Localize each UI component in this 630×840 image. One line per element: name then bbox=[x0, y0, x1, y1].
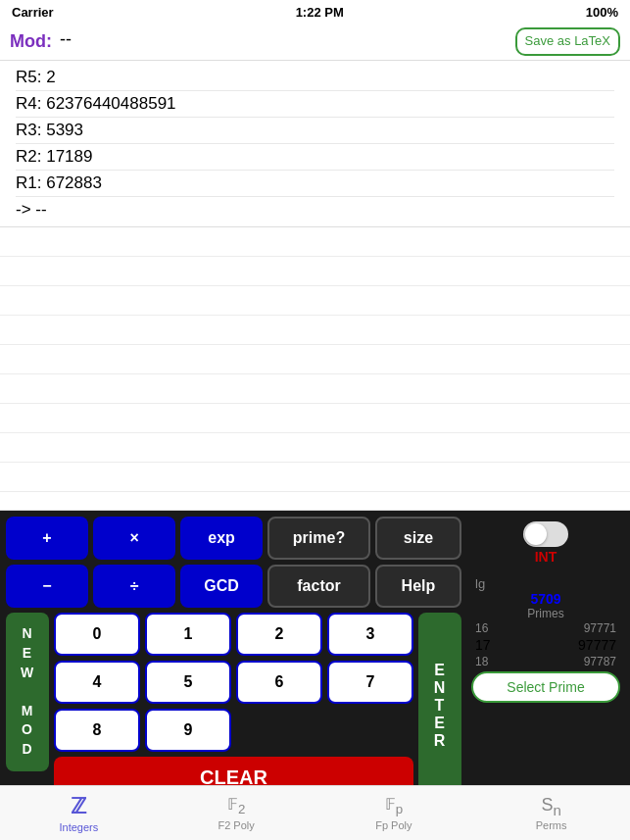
prime-row-17: 17 97777 bbox=[471, 636, 620, 654]
operator-row-1: + × exp prime? size bbox=[6, 517, 461, 560]
carrier-label: Carrier bbox=[12, 5, 54, 20]
plus-button[interactable]: + bbox=[6, 517, 88, 560]
digit-3-button[interactable]: 3 bbox=[327, 613, 413, 656]
header-row: Mod: -- Save as LaTeX bbox=[0, 24, 630, 61]
toggle-section: INT bbox=[467, 517, 624, 569]
digit-0-button[interactable]: 0 bbox=[54, 613, 140, 656]
prime-row-18: 18 97787 bbox=[471, 654, 620, 669]
mod-value: -- bbox=[60, 29, 72, 50]
register-display: R5: 2 R4: 62376440488591 R3: 5393 R2: 17… bbox=[0, 61, 630, 227]
register-r2: R2: 17189 bbox=[16, 144, 614, 171]
digit-5-button[interactable]: 5 bbox=[145, 661, 231, 704]
digit-9-button[interactable]: 9 bbox=[145, 709, 231, 752]
register-r5: R5: 2 bbox=[16, 65, 614, 91]
tab-integers-label: Integers bbox=[60, 821, 99, 833]
minus-button[interactable]: − bbox=[6, 565, 88, 608]
int-toggle[interactable] bbox=[523, 521, 568, 547]
prime-row-16: 16 97771 bbox=[471, 620, 620, 636]
int-label: INT bbox=[535, 549, 557, 565]
register-arrow: -> -- bbox=[16, 197, 614, 222]
exp-button[interactable]: exp bbox=[180, 517, 263, 560]
register-r4: R4: 62376440488591 bbox=[16, 91, 614, 118]
battery-label: 100% bbox=[586, 5, 618, 20]
tab-fppoly[interactable]: 𝔽p Fp Poly bbox=[315, 786, 473, 840]
prime-button[interactable]: prime? bbox=[267, 517, 370, 560]
f2poly-icon: 𝔽2 bbox=[227, 795, 245, 816]
prime-count: 5709 bbox=[530, 591, 560, 607]
new-mod-button[interactable]: NEWMOD bbox=[6, 613, 49, 771]
digit-2-button[interactable]: 2 bbox=[236, 613, 322, 656]
prime-subheader: Primes bbox=[527, 607, 563, 620]
fppoly-icon: 𝔽p bbox=[385, 795, 403, 816]
register-r3: R3: 5393 bbox=[16, 118, 614, 144]
digit-6-button[interactable]: 6 bbox=[236, 661, 322, 704]
tab-fppoly-label: Fp Poly bbox=[375, 819, 412, 831]
gcd-button[interactable]: GCD bbox=[180, 565, 263, 608]
tab-f2poly-label: F2 Poly bbox=[218, 819, 254, 831]
status-time: 1:22 PM bbox=[296, 5, 344, 20]
multiply-button[interactable]: × bbox=[93, 517, 175, 560]
tab-bar: ℤ Integers 𝔽2 F2 Poly 𝔽p Fp Poly Sn Perm… bbox=[0, 785, 630, 840]
factor-button[interactable]: factor bbox=[267, 565, 370, 608]
enter-button[interactable]: ENTER bbox=[418, 613, 461, 800]
tab-perms[interactable]: Sn Perms bbox=[472, 786, 630, 840]
size-button[interactable]: size bbox=[375, 517, 461, 560]
select-prime-button[interactable]: Select Prime bbox=[471, 671, 620, 703]
keypad-section: + × exp prime? size − ÷ GCD factor Help … bbox=[6, 517, 461, 779]
digit-1-button[interactable]: 1 bbox=[145, 613, 231, 656]
mod-label: Mod: bbox=[10, 27, 52, 52]
perms-icon: Sn bbox=[541, 795, 560, 818]
status-bar: Carrier 1:22 PM 100% bbox=[0, 0, 630, 24]
divide-button[interactable]: ÷ bbox=[93, 565, 175, 608]
integers-icon: ℤ bbox=[71, 794, 86, 819]
tab-integers[interactable]: ℤ Integers bbox=[0, 786, 158, 840]
number-grid-section: NEWMOD 0 1 2 3 4 5 6 7 8 9 CLEAR E bbox=[6, 613, 461, 800]
right-panel: INT lg 5709 Primes 16 97771 17 97777 18 … bbox=[467, 517, 624, 779]
empty-display-area bbox=[0, 227, 630, 511]
save-latex-button[interactable]: Save as LaTeX bbox=[515, 27, 620, 56]
mod-display: Mod: -- bbox=[10, 27, 72, 52]
lg-label: lg bbox=[471, 576, 485, 591]
operator-row-2: − ÷ GCD factor Help bbox=[6, 565, 461, 608]
tab-perms-label: Perms bbox=[536, 819, 567, 831]
register-r1: R1: 672883 bbox=[16, 171, 614, 197]
tab-f2poly[interactable]: 𝔽2 F2 Poly bbox=[158, 786, 315, 840]
digit-7-button[interactable]: 7 bbox=[327, 661, 413, 704]
digit-grid: 0 1 2 3 4 5 6 7 8 9 bbox=[54, 613, 413, 752]
digit-8-button[interactable]: 8 bbox=[54, 709, 140, 752]
digit-4-button[interactable]: 4 bbox=[54, 661, 140, 704]
help-button[interactable]: Help bbox=[375, 565, 461, 608]
calculator-area: + × exp prime? size − ÷ GCD factor Help … bbox=[0, 511, 630, 785]
prime-display: lg 5709 Primes 16 97771 17 97777 18 9778… bbox=[467, 574, 624, 779]
